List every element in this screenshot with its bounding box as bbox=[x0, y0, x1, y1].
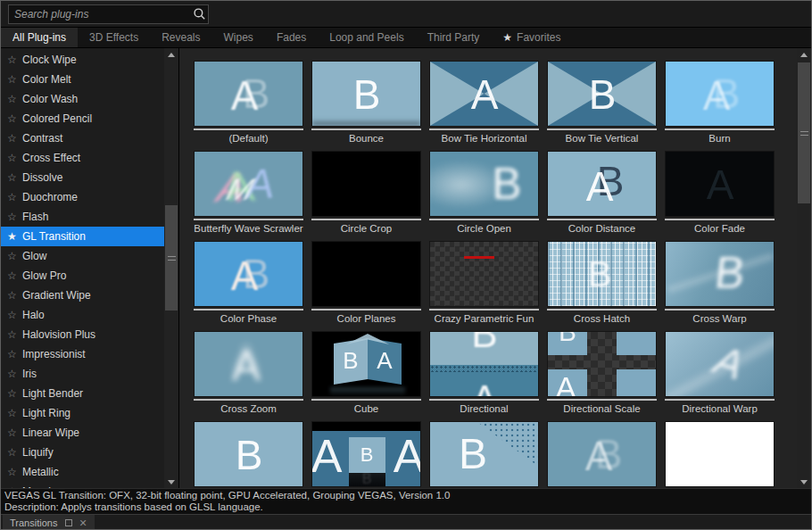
transition-thumbnail[interactable]: B bbox=[194, 421, 303, 487]
star-outline-icon[interactable]: ☆ bbox=[7, 387, 22, 400]
scroll-down-icon[interactable] bbox=[164, 476, 178, 488]
transition-thumbnail[interactable]: AB bbox=[547, 331, 657, 397]
star-outline-icon[interactable]: ☆ bbox=[7, 211, 22, 223]
star-outline-icon[interactable]: ☆ bbox=[7, 309, 22, 321]
star-outline-icon[interactable]: ☆ bbox=[7, 250, 22, 262]
transition-tile-cross-zoom[interactable]: AACross Zoom bbox=[194, 331, 303, 416]
transition-thumbnail[interactable] bbox=[311, 241, 421, 307]
star-outline-icon[interactable]: ☆ bbox=[7, 348, 22, 360]
sidebar-item-impressionist[interactable]: ☆Impressionist bbox=[1, 344, 164, 364]
transition-tile-crazy-parametric-fun[interactable]: Crazy Parametric Fun bbox=[429, 241, 539, 326]
sidebar-item-mosaic[interactable]: ☆Mosaic bbox=[1, 482, 164, 488]
transitions-window-tab[interactable]: Transitions ✕ bbox=[3, 515, 95, 530]
tab-reveals[interactable]: Reveals bbox=[150, 28, 211, 47]
tab-wipes[interactable]: Wipes bbox=[212, 28, 265, 47]
star-outline-icon[interactable]: ☆ bbox=[7, 426, 22, 439]
tab-all-plug-ins[interactable]: All Plug-ins bbox=[1, 28, 78, 47]
sidebar-item-clock-wipe[interactable]: ☆Clock Wipe bbox=[1, 50, 164, 70]
grid-scrollbar[interactable] bbox=[797, 48, 811, 488]
star-outline-icon[interactable]: ☆ bbox=[7, 485, 22, 488]
transition-tile-cross-warp[interactable]: BCross Warp bbox=[665, 241, 775, 326]
sidebar-item-metallic[interactable]: ☆Metallic bbox=[1, 462, 164, 482]
star-outline-icon[interactable]: ☆ bbox=[7, 73, 22, 86]
star-outline-icon[interactable]: ☆ bbox=[7, 152, 22, 164]
transition-thumbnail[interactable]: BA bbox=[194, 241, 303, 307]
transition-tile[interactable]: B bbox=[194, 421, 303, 488]
transition-tile-directional-scale[interactable]: ABDirectional Scale bbox=[547, 331, 657, 416]
transition-tile-color-planes[interactable]: Color Planes bbox=[311, 241, 421, 326]
transition-tile-color-fade[interactable]: AColor Fade bbox=[665, 151, 775, 236]
transition-thumbnail[interactable]: B bbox=[665, 241, 775, 307]
sidebar-scrollbar[interactable] bbox=[164, 48, 178, 488]
tab-loop-and-peels[interactable]: Loop and Peels bbox=[318, 28, 415, 47]
star-outline-icon[interactable]: ☆ bbox=[7, 368, 22, 380]
star-outline-icon[interactable]: ☆ bbox=[7, 466, 22, 478]
transition-tile-bow-tie-vertical[interactable]: BBow Tie Vertical bbox=[547, 61, 657, 145]
transition-thumbnail[interactable]: A bbox=[665, 331, 775, 397]
transition-tile-circle-crop[interactable]: Circle Crop bbox=[311, 151, 421, 236]
transition-tile-bow-tie-horizontal[interactable]: ABow Tie Horizontal bbox=[429, 61, 539, 145]
scroll-up-icon[interactable] bbox=[164, 48, 178, 61]
transition-thumbnail[interactable]: A bbox=[665, 151, 775, 217]
sidebar-scroll-thumb[interactable] bbox=[165, 205, 178, 311]
star-outline-icon[interactable]: ☆ bbox=[7, 171, 22, 184]
transition-thumbnail[interactable]: A bbox=[429, 61, 539, 127]
transition-thumbnail[interactable]: B bbox=[547, 61, 657, 127]
transition-thumbnail[interactable]: B bbox=[429, 421, 539, 487]
transition-thumbnail[interactable]: BA bbox=[429, 331, 539, 397]
transition-thumbnail[interactable]: B bbox=[547, 241, 657, 307]
transition-thumbnail[interactable]: BA bbox=[194, 61, 303, 127]
sidebar-item-light-ring[interactable]: ☆Light Ring bbox=[1, 403, 164, 423]
transition-thumbnail[interactable]: BA bbox=[547, 151, 657, 217]
float-window-icon[interactable] bbox=[65, 519, 72, 526]
search-input[interactable] bbox=[9, 5, 190, 23]
transition-tile-cube[interactable]: BACube bbox=[311, 331, 421, 416]
sidebar-item-color-wash[interactable]: ☆Color Wash bbox=[1, 89, 164, 109]
transition-tile[interactable] bbox=[665, 421, 775, 488]
star-outline-icon[interactable]: ☆ bbox=[7, 289, 22, 302]
scroll-up-icon[interactable] bbox=[797, 48, 811, 61]
transition-tile-color-distance[interactable]: BAColor Distance bbox=[547, 151, 657, 236]
star-outline-icon[interactable]: ☆ bbox=[7, 112, 22, 125]
transition-tile[interactable]: AABB bbox=[311, 421, 421, 488]
sidebar-item-cross-effect[interactable]: ☆Cross Effect bbox=[1, 148, 164, 168]
sidebar-item-light-bender[interactable]: ☆Light Bender bbox=[1, 384, 164, 403]
tab-3d-effects[interactable]: 3D Effects bbox=[78, 28, 150, 47]
sidebar-item-gradient-wipe[interactable]: ☆Gradient Wipe bbox=[1, 286, 164, 305]
search-icon[interactable] bbox=[190, 7, 208, 21]
transition-thumbnail[interactable]: AABB bbox=[311, 421, 421, 487]
sidebar-item-liquify[interactable]: ☆Liquify bbox=[1, 443, 164, 462]
transition-tile-cross-hatch[interactable]: BCross Hatch bbox=[547, 241, 657, 326]
sidebar-item-contrast[interactable]: ☆Contrast bbox=[1, 128, 164, 148]
sidebar-item-colored-pencil[interactable]: ☆Colored Pencil bbox=[1, 109, 164, 128]
close-window-icon[interactable]: ✕ bbox=[79, 518, 87, 529]
sidebar-item-iris[interactable]: ☆Iris bbox=[1, 364, 164, 384]
star-outline-icon[interactable]: ☆ bbox=[7, 407, 22, 419]
transition-thumbnail[interactable]: B bbox=[429, 151, 539, 217]
transition-tile-circle-open[interactable]: BCircle Open bbox=[429, 151, 539, 236]
sidebar-item-dissolve[interactable]: ☆Dissolve bbox=[1, 168, 164, 187]
star-outline-icon[interactable]: ☆ bbox=[7, 132, 22, 145]
transition-tile-directional[interactable]: BADirectional bbox=[429, 331, 539, 416]
transition-thumbnail[interactable]: B bbox=[311, 61, 421, 127]
search-box[interactable] bbox=[8, 4, 209, 24]
tab-third-party[interactable]: Third Party bbox=[416, 28, 492, 47]
star-outline-icon[interactable]: ☆ bbox=[7, 446, 22, 459]
transition-tile[interactable]: BA bbox=[547, 421, 657, 488]
transition-tile--default-[interactable]: BA(Default) bbox=[194, 61, 303, 145]
transition-tile-butterfly-wave-scrawler[interactable]: AAAMButterfly Wave Scrawler bbox=[194, 151, 303, 236]
transition-thumbnail[interactable]: AAAM bbox=[194, 151, 303, 217]
sidebar-item-duochrome[interactable]: ☆Duochrome bbox=[1, 187, 164, 207]
transition-thumbnail[interactable]: AA bbox=[194, 331, 303, 397]
transition-tile[interactable]: B bbox=[429, 421, 539, 488]
transition-tile-color-phase[interactable]: BAColor Phase bbox=[194, 241, 303, 326]
star-outline-icon[interactable]: ☆ bbox=[7, 93, 22, 105]
star-outline-icon[interactable]: ☆ bbox=[7, 54, 22, 66]
transition-thumbnail[interactable]: BA bbox=[547, 421, 657, 487]
sidebar-item-color-melt[interactable]: ☆Color Melt bbox=[1, 70, 164, 89]
transition-thumbnail[interactable]: BA bbox=[311, 331, 421, 397]
tab-fades[interactable]: Fades bbox=[265, 28, 318, 47]
transition-thumbnail[interactable] bbox=[665, 421, 775, 487]
sidebar-item-flash[interactable]: ☆Flash bbox=[1, 207, 164, 227]
sidebar-item-halo[interactable]: ☆Halo bbox=[1, 305, 164, 325]
